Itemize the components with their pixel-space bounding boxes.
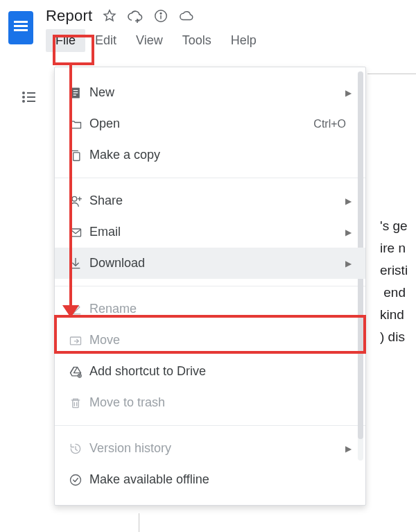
menu-item-label: Add shortcut to Drive xyxy=(89,364,352,379)
menu-item-label: Rename xyxy=(89,302,352,316)
menu-item-label: Version history xyxy=(89,441,345,456)
submenu-arrow-icon: ▶ xyxy=(345,444,352,454)
menu-item-download[interactable]: Download▶ xyxy=(55,248,365,279)
page-border-left xyxy=(139,513,139,532)
svg-rect-13 xyxy=(73,152,80,160)
menu-separator xyxy=(55,178,365,178)
star-icon[interactable] xyxy=(102,8,117,24)
menu-item-label: Move to trash xyxy=(89,395,352,410)
menu-item-label: Open xyxy=(89,117,313,131)
menu-item-label: Make a copy xyxy=(89,148,352,162)
svg-point-2 xyxy=(160,12,162,14)
cloud-icon[interactable] xyxy=(178,8,195,24)
menu-item-label: New xyxy=(89,85,345,100)
menu-edit[interactable]: Edit xyxy=(85,29,126,52)
svg-rect-8 xyxy=(27,101,35,102)
move-icon xyxy=(69,334,89,347)
cloud-plus-icon[interactable] xyxy=(127,8,144,24)
menu-help[interactable]: Help xyxy=(221,29,266,52)
docs-logo[interactable] xyxy=(8,11,33,44)
menu-item-open[interactable]: OpenCtrl+O xyxy=(55,108,365,139)
svg-point-19 xyxy=(71,474,81,485)
menu-item-share[interactable]: Share▶ xyxy=(55,185,365,216)
folder-icon xyxy=(69,117,89,131)
submenu-arrow-icon: ▶ xyxy=(345,196,352,206)
menu-tools[interactable]: Tools xyxy=(173,29,221,52)
svg-point-14 xyxy=(72,196,77,201)
submenu-arrow-icon: ▶ xyxy=(345,228,352,237)
file-menu: New▶OpenCtrl+OMake a copyShare▶Email▶Dow… xyxy=(54,67,366,506)
submenu-arrow-icon: ▶ xyxy=(345,88,352,98)
menu-item-new[interactable]: New▶ xyxy=(55,77,365,108)
svg-point-7 xyxy=(22,100,25,103)
history-icon xyxy=(69,442,89,456)
page-border xyxy=(367,74,416,74)
svg-point-3 xyxy=(22,92,25,94)
menu-file[interactable]: File xyxy=(46,29,85,52)
menu-item-move: Move xyxy=(55,325,365,356)
svg-rect-12 xyxy=(73,94,76,95)
menu-item-shortcut: Ctrl+O xyxy=(313,118,346,130)
document-body-peek: 's ge ire n eristi end kind ) dis xyxy=(380,215,416,348)
page-plus-icon xyxy=(69,86,89,100)
person-plus-icon xyxy=(69,194,89,208)
menu-separator xyxy=(55,425,365,426)
menu-item-label: Share xyxy=(89,194,345,208)
menu-item-label: Download xyxy=(89,256,345,271)
svg-rect-11 xyxy=(73,92,78,93)
menu-item-label: Move xyxy=(89,333,352,347)
menu-item-label: Email xyxy=(89,225,345,239)
menu-item-email[interactable]: Email▶ xyxy=(55,216,365,248)
menu-item-label: Make available offline xyxy=(89,472,352,487)
menu-item-move-to-trash: Move to trash xyxy=(55,387,365,418)
drive-shortcut-icon xyxy=(69,365,89,379)
mail-icon xyxy=(69,225,89,239)
menu-item-version-history: Version history▶ xyxy=(55,433,365,464)
svg-rect-6 xyxy=(27,96,35,98)
svg-rect-4 xyxy=(27,92,35,94)
download-icon xyxy=(69,257,89,271)
svg-rect-10 xyxy=(73,89,78,90)
svg-rect-15 xyxy=(71,229,81,237)
menu-item-make-available-offline[interactable]: Make available offline xyxy=(55,464,365,495)
doc-title[interactable]: Report xyxy=(46,7,92,25)
menu-item-add-shortcut-to-drive[interactable]: Add shortcut to Drive xyxy=(55,356,365,387)
offline-icon xyxy=(69,473,89,487)
outline-icon[interactable] xyxy=(19,89,39,105)
pencil-icon xyxy=(69,302,89,316)
menubar: File Edit View Tools Help xyxy=(46,29,266,52)
copy-icon xyxy=(69,148,89,162)
trash-icon xyxy=(69,396,89,410)
menu-item-rename: Rename xyxy=(55,293,365,325)
svg-rect-18 xyxy=(73,400,78,407)
svg-point-5 xyxy=(22,96,25,98)
info-icon[interactable] xyxy=(153,8,168,24)
menu-view[interactable]: View xyxy=(126,29,173,52)
submenu-arrow-icon: ▶ xyxy=(345,259,352,268)
menu-separator xyxy=(55,286,365,286)
menu-item-make-a-copy[interactable]: Make a copy xyxy=(55,139,365,171)
